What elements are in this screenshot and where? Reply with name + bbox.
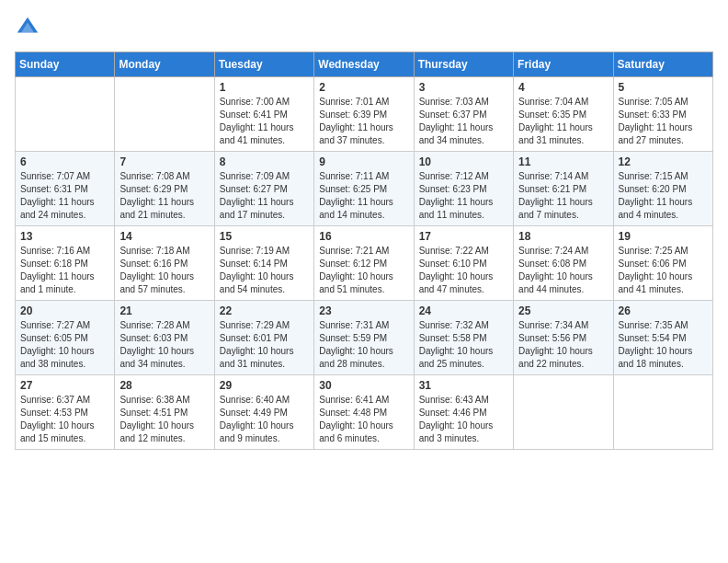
day-number: 8 — [220, 155, 309, 168]
day-number: 27 — [20, 379, 109, 392]
col-header-thursday: Thursday — [414, 52, 513, 77]
day-info: Sunrise: 7:05 AM Sunset: 6:33 PM Dayligh… — [619, 96, 708, 147]
day-number: 12 — [619, 155, 708, 168]
day-info: Sunrise: 6:38 AM Sunset: 4:51 PM Dayligh… — [119, 394, 209, 445]
calendar-cell: 10Sunrise: 7:12 AM Sunset: 6:23 PM Dayli… — [414, 152, 513, 226]
col-header-monday: Monday — [115, 52, 214, 77]
col-header-wednesday: Wednesday — [314, 52, 414, 77]
day-info: Sunrise: 7:18 AM Sunset: 6:16 PM Dayligh… — [119, 245, 209, 296]
day-info: Sunrise: 7:01 AM Sunset: 6:39 PM Dayligh… — [319, 96, 408, 147]
day-number: 24 — [419, 304, 508, 317]
day-number: 11 — [518, 155, 608, 168]
day-number: 26 — [619, 304, 708, 317]
day-number: 29 — [220, 379, 309, 392]
day-info: Sunrise: 6:40 AM Sunset: 4:49 PM Dayligh… — [220, 394, 309, 445]
day-info: Sunrise: 7:19 AM Sunset: 6:14 PM Dayligh… — [220, 245, 309, 296]
day-number: 14 — [119, 230, 209, 243]
day-info: Sunrise: 6:41 AM Sunset: 4:48 PM Dayligh… — [319, 394, 408, 445]
logo-icon — [15, 15, 40, 40]
calendar-cell — [613, 375, 712, 450]
calendar-cell: 3Sunrise: 7:03 AM Sunset: 6:37 PM Daylig… — [414, 77, 513, 152]
col-header-sunday: Sunday — [16, 52, 115, 77]
calendar-cell: 5Sunrise: 7:05 AM Sunset: 6:33 PM Daylig… — [613, 77, 712, 152]
day-info: Sunrise: 7:15 AM Sunset: 6:20 PM Dayligh… — [619, 170, 708, 222]
day-info: Sunrise: 7:16 AM Sunset: 6:18 PM Dayligh… — [20, 245, 109, 296]
calendar-cell: 6Sunrise: 7:07 AM Sunset: 6:31 PM Daylig… — [16, 152, 115, 226]
day-info: Sunrise: 7:08 AM Sunset: 6:29 PM Dayligh… — [119, 170, 209, 222]
day-info: Sunrise: 7:00 AM Sunset: 6:41 PM Dayligh… — [220, 96, 309, 147]
col-header-tuesday: Tuesday — [214, 52, 313, 77]
day-info: Sunrise: 7:07 AM Sunset: 6:31 PM Dayligh… — [20, 170, 109, 222]
calendar-cell: 17Sunrise: 7:22 AM Sunset: 6:10 PM Dayli… — [414, 226, 513, 301]
calendar-cell: 13Sunrise: 7:16 AM Sunset: 6:18 PM Dayli… — [16, 226, 115, 301]
day-number: 3 — [419, 81, 508, 94]
calendar-cell: 4Sunrise: 7:04 AM Sunset: 6:35 PM Daylig… — [514, 77, 613, 152]
day-info: Sunrise: 7:34 AM Sunset: 5:56 PM Dayligh… — [518, 319, 608, 371]
day-info: Sunrise: 7:28 AM Sunset: 6:03 PM Dayligh… — [119, 319, 209, 371]
day-info: Sunrise: 7:03 AM Sunset: 6:37 PM Dayligh… — [419, 96, 508, 147]
day-info: Sunrise: 7:21 AM Sunset: 6:12 PM Dayligh… — [319, 245, 408, 296]
calendar-cell: 9Sunrise: 7:11 AM Sunset: 6:25 PM Daylig… — [314, 152, 414, 226]
day-info: Sunrise: 7:27 AM Sunset: 6:05 PM Dayligh… — [20, 319, 109, 371]
day-info: Sunrise: 7:04 AM Sunset: 6:35 PM Dayligh… — [518, 96, 608, 147]
calendar-cell: 29Sunrise: 6:40 AM Sunset: 4:49 PM Dayli… — [214, 375, 313, 450]
day-number: 28 — [119, 379, 209, 392]
day-info: Sunrise: 7:35 AM Sunset: 5:54 PM Dayligh… — [619, 319, 708, 371]
calendar-cell: 20Sunrise: 7:27 AM Sunset: 6:05 PM Dayli… — [16, 301, 115, 375]
day-number: 20 — [20, 304, 109, 317]
calendar-cell: 8Sunrise: 7:09 AM Sunset: 6:27 PM Daylig… — [214, 152, 313, 226]
calendar-cell: 24Sunrise: 7:32 AM Sunset: 5:58 PM Dayli… — [414, 301, 513, 375]
calendar-cell: 7Sunrise: 7:08 AM Sunset: 6:29 PM Daylig… — [115, 152, 214, 226]
calendar-cell: 27Sunrise: 6:37 AM Sunset: 4:53 PM Dayli… — [16, 375, 115, 450]
calendar-cell: 21Sunrise: 7:28 AM Sunset: 6:03 PM Dayli… — [115, 301, 214, 375]
day-number: 13 — [20, 230, 109, 243]
header — [15, 15, 713, 40]
day-info: Sunrise: 7:29 AM Sunset: 6:01 PM Dayligh… — [220, 319, 309, 371]
calendar-cell: 15Sunrise: 7:19 AM Sunset: 6:14 PM Dayli… — [214, 226, 313, 301]
calendar-cell — [16, 77, 115, 152]
calendar-cell: 11Sunrise: 7:14 AM Sunset: 6:21 PM Dayli… — [514, 152, 613, 226]
day-number: 25 — [518, 304, 608, 317]
day-info: Sunrise: 6:43 AM Sunset: 4:46 PM Dayligh… — [419, 394, 508, 445]
day-info: Sunrise: 7:31 AM Sunset: 5:59 PM Dayligh… — [319, 319, 408, 371]
day-number: 4 — [518, 81, 608, 94]
calendar-cell: 28Sunrise: 6:38 AM Sunset: 4:51 PM Dayli… — [115, 375, 214, 450]
day-number: 23 — [319, 304, 408, 317]
day-info: Sunrise: 7:12 AM Sunset: 6:23 PM Dayligh… — [419, 170, 508, 222]
calendar-cell — [115, 77, 214, 152]
calendar-cell: 18Sunrise: 7:24 AM Sunset: 6:08 PM Dayli… — [514, 226, 613, 301]
calendar-cell: 26Sunrise: 7:35 AM Sunset: 5:54 PM Dayli… — [613, 301, 712, 375]
calendar-cell: 22Sunrise: 7:29 AM Sunset: 6:01 PM Dayli… — [214, 301, 313, 375]
col-header-friday: Friday — [514, 52, 613, 77]
day-number: 30 — [319, 379, 408, 392]
calendar-cell: 14Sunrise: 7:18 AM Sunset: 6:16 PM Dayli… — [115, 226, 214, 301]
day-info: Sunrise: 7:32 AM Sunset: 5:58 PM Dayligh… — [419, 319, 508, 371]
calendar-cell: 30Sunrise: 6:41 AM Sunset: 4:48 PM Dayli… — [314, 375, 414, 450]
day-number: 31 — [419, 379, 508, 392]
day-number: 15 — [220, 230, 309, 243]
calendar-cell: 1Sunrise: 7:00 AM Sunset: 6:41 PM Daylig… — [214, 77, 313, 152]
day-info: Sunrise: 7:24 AM Sunset: 6:08 PM Dayligh… — [518, 245, 608, 296]
calendar-cell: 12Sunrise: 7:15 AM Sunset: 6:20 PM Dayli… — [613, 152, 712, 226]
day-info: Sunrise: 7:14 AM Sunset: 6:21 PM Dayligh… — [518, 170, 608, 222]
day-number: 1 — [220, 81, 309, 94]
day-number: 17 — [419, 230, 508, 243]
day-info: Sunrise: 7:11 AM Sunset: 6:25 PM Dayligh… — [319, 170, 408, 222]
day-number: 18 — [518, 230, 608, 243]
day-number: 9 — [319, 155, 408, 168]
col-header-saturday: Saturday — [613, 52, 712, 77]
day-number: 16 — [319, 230, 408, 243]
day-number: 10 — [419, 155, 508, 168]
day-info: Sunrise: 7:09 AM Sunset: 6:27 PM Dayligh… — [220, 170, 309, 222]
day-info: Sunrise: 7:25 AM Sunset: 6:06 PM Dayligh… — [619, 245, 708, 296]
calendar-cell: 16Sunrise: 7:21 AM Sunset: 6:12 PM Dayli… — [314, 226, 414, 301]
day-number: 21 — [119, 304, 209, 317]
calendar-cell: 19Sunrise: 7:25 AM Sunset: 6:06 PM Dayli… — [613, 226, 712, 301]
calendar-table: SundayMondayTuesdayWednesdayThursdayFrid… — [15, 52, 713, 450]
calendar-cell — [514, 375, 613, 450]
day-number: 19 — [619, 230, 708, 243]
day-info: Sunrise: 7:22 AM Sunset: 6:10 PM Dayligh… — [419, 245, 508, 296]
calendar-cell: 23Sunrise: 7:31 AM Sunset: 5:59 PM Dayli… — [314, 301, 414, 375]
day-number: 5 — [619, 81, 708, 94]
day-number: 6 — [20, 155, 109, 168]
